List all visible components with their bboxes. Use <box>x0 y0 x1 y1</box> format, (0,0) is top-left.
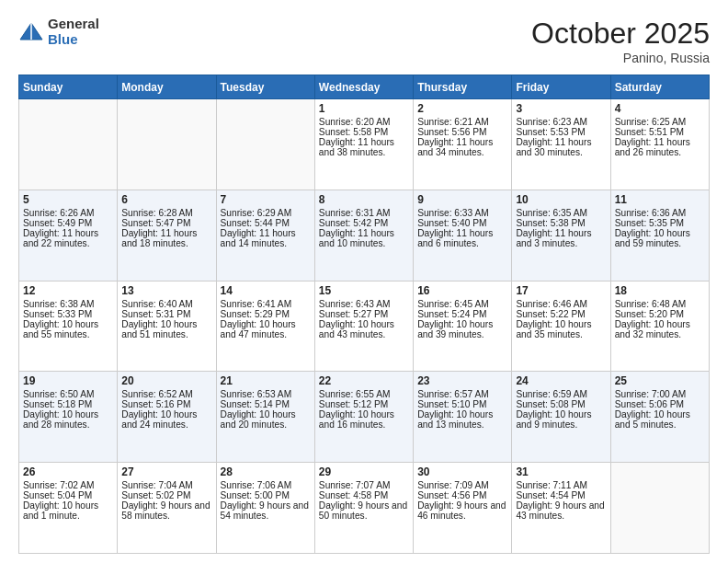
calendar-cell: 23Sunrise: 6:57 AMSunset: 5:10 PMDayligh… <box>414 372 512 463</box>
day-number: 17 <box>516 284 606 297</box>
calendar-header-row: SundayMondayTuesdayWednesdayThursdayFrid… <box>19 75 710 99</box>
weekday-header-monday: Monday <box>118 75 216 99</box>
sunset-text: Sunset: 5:02 PM <box>121 490 211 500</box>
daylight-text: Daylight: 10 hours and 20 minutes. <box>221 409 311 430</box>
sunrise-text: Sunrise: 6:43 AM <box>319 299 409 309</box>
day-number: 10 <box>516 193 606 206</box>
sunset-text: Sunset: 4:56 PM <box>417 490 507 500</box>
header: General Blue October 2025 Panino, Russia <box>18 17 710 65</box>
sunrise-text: Sunrise: 6:46 AM <box>516 299 606 309</box>
day-number: 13 <box>121 284 211 297</box>
calendar-cell: 16Sunrise: 6:45 AMSunset: 5:24 PMDayligh… <box>414 281 512 372</box>
sunset-text: Sunset: 5:04 PM <box>23 490 113 500</box>
page: General Blue October 2025 Panino, Russia… <box>0 0 728 563</box>
daylight-text: Daylight: 10 hours and 35 minutes. <box>516 319 606 339</box>
calendar-cell: 22Sunrise: 6:55 AMSunset: 5:12 PMDayligh… <box>314 372 413 463</box>
daylight-text: Daylight: 10 hours and 13 minutes. <box>417 409 507 430</box>
sunrise-text: Sunrise: 7:04 AM <box>121 480 211 490</box>
day-number: 21 <box>221 374 311 387</box>
daylight-text: Daylight: 11 hours and 18 minutes. <box>121 228 211 248</box>
day-number: 22 <box>319 374 409 387</box>
calendar-cell: 1Sunrise: 6:20 AMSunset: 5:58 PMDaylight… <box>314 99 413 190</box>
daylight-text: Daylight: 11 hours and 6 minutes. <box>417 228 507 248</box>
daylight-text: Daylight: 11 hours and 10 minutes. <box>319 228 409 248</box>
daylight-text: Daylight: 10 hours and 16 minutes. <box>319 409 409 430</box>
sunrise-text: Sunrise: 6:40 AM <box>121 299 211 309</box>
calendar-cell: 15Sunrise: 6:43 AMSunset: 5:27 PMDayligh… <box>314 281 413 372</box>
calendar-cell: 10Sunrise: 6:35 AMSunset: 5:38 PMDayligh… <box>512 190 610 281</box>
day-number: 2 <box>417 102 507 115</box>
sunset-text: Sunset: 5:14 PM <box>221 399 311 409</box>
sunset-text: Sunset: 4:54 PM <box>516 490 606 500</box>
sunset-text: Sunset: 5:10 PM <box>417 399 507 409</box>
weekday-header-sunday: Sunday <box>19 75 118 99</box>
sunrise-text: Sunrise: 6:28 AM <box>121 208 211 218</box>
weekday-header-tuesday: Tuesday <box>216 75 314 99</box>
daylight-text: Daylight: 10 hours and 43 minutes. <box>319 319 409 339</box>
sunset-text: Sunset: 5:08 PM <box>516 399 606 409</box>
sunset-text: Sunset: 5:51 PM <box>615 127 705 137</box>
weekday-header-friday: Friday <box>512 75 610 99</box>
sunrise-text: Sunrise: 6:25 AM <box>615 117 705 127</box>
day-number: 1 <box>319 102 409 115</box>
sunrise-text: Sunrise: 6:57 AM <box>417 389 507 399</box>
day-number: 15 <box>319 284 409 297</box>
daylight-text: Daylight: 10 hours and 9 minutes. <box>516 409 606 430</box>
logo-icon <box>18 19 44 45</box>
sunrise-text: Sunrise: 7:09 AM <box>417 480 507 490</box>
daylight-text: Daylight: 11 hours and 3 minutes. <box>516 228 606 248</box>
calendar-cell: 9Sunrise: 6:33 AMSunset: 5:40 PMDaylight… <box>414 190 512 281</box>
sunset-text: Sunset: 5:06 PM <box>615 399 705 409</box>
calendar-cell <box>118 99 216 190</box>
calendar-cell: 31Sunrise: 7:11 AMSunset: 4:54 PMDayligh… <box>512 463 610 554</box>
sunrise-text: Sunrise: 6:36 AM <box>615 208 705 218</box>
day-number: 6 <box>121 193 211 206</box>
sunrise-text: Sunrise: 6:26 AM <box>23 208 113 218</box>
sunset-text: Sunset: 5:27 PM <box>319 309 409 319</box>
weekday-header-thursday: Thursday <box>414 75 512 99</box>
daylight-text: Daylight: 10 hours and 51 minutes. <box>121 319 211 339</box>
daylight-text: Daylight: 11 hours and 30 minutes. <box>516 137 606 157</box>
calendar-week-0: 1Sunrise: 6:20 AMSunset: 5:58 PMDaylight… <box>19 99 710 190</box>
sunrise-text: Sunrise: 6:45 AM <box>417 299 507 309</box>
sunrise-text: Sunrise: 6:52 AM <box>121 389 211 399</box>
daylight-text: Daylight: 10 hours and 5 minutes. <box>615 409 705 430</box>
sunset-text: Sunset: 5:38 PM <box>516 218 606 228</box>
calendar-cell: 14Sunrise: 6:41 AMSunset: 5:29 PMDayligh… <box>216 281 314 372</box>
logo-text: General Blue <box>48 17 99 47</box>
sunrise-text: Sunrise: 6:20 AM <box>319 117 409 127</box>
sunset-text: Sunset: 5:29 PM <box>221 309 311 319</box>
sunrise-text: Sunrise: 6:21 AM <box>417 117 507 127</box>
sunrise-text: Sunrise: 6:31 AM <box>319 208 409 218</box>
logo: General Blue <box>18 17 99 47</box>
sunset-text: Sunset: 5:47 PM <box>121 218 211 228</box>
daylight-text: Daylight: 10 hours and 59 minutes. <box>615 228 705 248</box>
sunrise-text: Sunrise: 6:50 AM <box>23 389 113 399</box>
logo-blue: Blue <box>48 32 99 48</box>
daylight-text: Daylight: 11 hours and 34 minutes. <box>417 137 507 157</box>
calendar-cell: 12Sunrise: 6:38 AMSunset: 5:33 PMDayligh… <box>19 281 118 372</box>
day-number: 4 <box>615 102 705 115</box>
calendar-cell <box>216 99 314 190</box>
day-number: 9 <box>417 193 507 206</box>
day-number: 3 <box>516 102 606 115</box>
calendar-week-3: 19Sunrise: 6:50 AMSunset: 5:18 PMDayligh… <box>19 372 710 463</box>
calendar-cell: 2Sunrise: 6:21 AMSunset: 5:56 PMDaylight… <box>414 99 512 190</box>
daylight-text: Daylight: 9 hours and 58 minutes. <box>121 500 211 521</box>
daylight-text: Daylight: 10 hours and 55 minutes. <box>23 319 113 339</box>
day-number: 29 <box>319 465 409 478</box>
sunset-text: Sunset: 5:24 PM <box>417 309 507 319</box>
calendar-cell: 25Sunrise: 7:00 AMSunset: 5:06 PMDayligh… <box>610 372 709 463</box>
day-number: 5 <box>23 193 113 206</box>
calendar-cell: 28Sunrise: 7:06 AMSunset: 5:00 PMDayligh… <box>216 463 314 554</box>
sunrise-text: Sunrise: 6:41 AM <box>221 299 311 309</box>
sunrise-text: Sunrise: 6:38 AM <box>23 299 113 309</box>
sunrise-text: Sunrise: 6:55 AM <box>319 389 409 399</box>
day-number: 28 <box>221 465 311 478</box>
day-number: 18 <box>615 284 705 297</box>
calendar-cell: 3Sunrise: 6:23 AMSunset: 5:53 PMDaylight… <box>512 99 610 190</box>
sunrise-text: Sunrise: 7:11 AM <box>516 480 606 490</box>
sunset-text: Sunset: 5:18 PM <box>23 399 113 409</box>
sunrise-text: Sunrise: 7:00 AM <box>615 389 705 399</box>
calendar-cell: 20Sunrise: 6:52 AMSunset: 5:16 PMDayligh… <box>118 372 216 463</box>
